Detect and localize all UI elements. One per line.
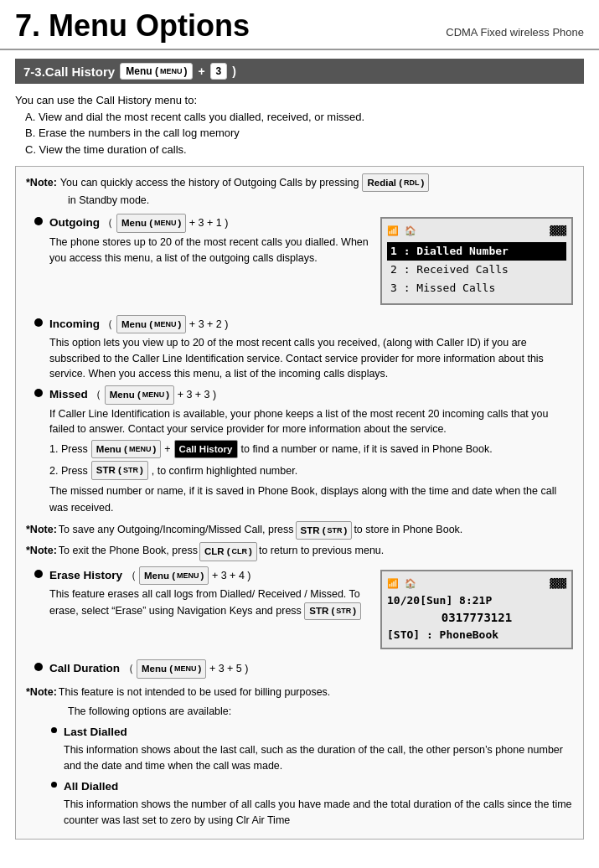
note-save-text2: to store in Phone Book. [354, 521, 462, 538]
incoming-title: Incoming [49, 318, 100, 330]
step1-plus: + [164, 441, 170, 457]
step2-str-key: STR (STR) [91, 461, 148, 479]
screen1-battery: ▓▓▓ [550, 224, 566, 239]
bullet-content-outgoing: Outgoing （ Menu (MENU) + 3 + 1 ) 📶 🏠 ▓▓▓… [49, 214, 573, 311]
screen2-line1: 10/20[Sun] 8:21P [387, 592, 566, 609]
erase-title: Erase History [49, 569, 122, 581]
outgoing-key: Menu (MENU) [116, 214, 186, 232]
intro-line4: C. View the time duration of calls. [25, 142, 584, 158]
bullet-dot-duration [34, 663, 43, 671]
note-save-key: STR (STR) [296, 521, 353, 540]
note-star: *Note: [26, 174, 57, 191]
note-billing-text: This feature is not intended to be used … [59, 684, 331, 700]
screen1-header: 📶 🏠 ▓▓▓ [387, 224, 566, 239]
sub-bullets: Last Dialled This information shows abou… [51, 723, 573, 829]
note-billing-star: *Note: [26, 684, 57, 700]
note-billing-line2: The following options are available: [68, 703, 573, 720]
note-save-text: To save any Outgoing/Incoming/Missed Cal… [59, 521, 294, 538]
screen-mockup-2: 📶 🏠 ▓▓▓ 10/20[Sun] 8:21P 0317773121 [STO… [380, 570, 573, 650]
missed-note: The missed number or name, if it is save… [49, 483, 573, 516]
screen1-item1: 1 : Dialled Number [387, 242, 566, 261]
last-dialled-title: Last Dialled [64, 726, 127, 738]
note-exit-text2: to return to previous menu. [259, 542, 384, 559]
section-close: ) [232, 65, 236, 78]
intro-line3: B. Erase the numbers in the call log mem… [25, 125, 584, 142]
step2-prefix: 2. Press [49, 462, 88, 479]
step2-text: , to confirm highlighted number. [152, 462, 297, 479]
screen1-signal: 📶 🏠 [387, 224, 416, 239]
outgoing-title: Outgoing [49, 216, 100, 229]
intro-line1: You can use the Call History menu to: [15, 92, 584, 109]
bullet-dot-incoming [34, 318, 43, 327]
bullet-missed: Missed （ Menu (MENU) + 3 + 3 ) If Caller… [34, 385, 573, 516]
note-exit-star: *Note: [26, 542, 57, 559]
step2-line: 2. Press STR (STR) , to confirm highligh… [49, 461, 573, 479]
bullet-content-duration: Call Duration （ Menu (MENU) + 3 + 5 ) [49, 659, 573, 678]
screen1-item3: 3 : Missed Calls [387, 279, 566, 297]
note-text: You can quickly access the history of Ou… [60, 174, 359, 191]
all-dialled-body: This information shows the number of all… [64, 797, 573, 829]
page-subtitle: CDMA Fixed wireless Phone [446, 26, 584, 39]
section-plus: + [198, 65, 204, 78]
duration-title: Call Duration [49, 662, 120, 674]
note-line2: in Standby mode. [68, 192, 573, 209]
intro-block: You can use the Call History menu to: A.… [15, 92, 584, 158]
erase-section: Erase History （ Menu (MENU) + 3 + 4 ) 📶 … [34, 566, 573, 679]
section-num-key: 3 [210, 63, 228, 80]
bullet-content-all: All Dialled This information shows the n… [64, 778, 573, 829]
missed-key: Menu (MENU) [105, 385, 174, 404]
step1-text: to find a number or name, if it is saved… [241, 441, 493, 457]
bullet-dot-outgoing [34, 217, 43, 225]
screen-mockup-1: 📶 🏠 ▓▓▓ 1 : Dialled Number 2 : Received … [380, 217, 573, 304]
section-title-text: 7-3.Call History [23, 65, 115, 79]
page-header: 7. Menu Options CDMA Fixed wireless Phon… [0, 0, 599, 50]
bullet-dot-missed [34, 389, 43, 397]
intro-line2: A. View and dial the most recent calls y… [25, 109, 584, 126]
note-save-star: *Note: [26, 521, 57, 538]
screen2-signal: 📶 🏠 [387, 576, 416, 592]
last-dialled-body: This information shows about the last ca… [64, 742, 573, 774]
note-box: *Note: You can quickly access the histor… [15, 166, 584, 840]
step1-callhistory-key: Call History [174, 440, 238, 458]
bullet-dot-last [51, 727, 57, 733]
duration-key: Menu (MENU) [137, 659, 206, 678]
bullet-dot-erase [34, 570, 43, 578]
all-dialled-title: All Dialled [64, 780, 118, 793]
bullet-incoming: Incoming （ Menu (MENU) + 3 + 2 ) This op… [34, 315, 573, 383]
screen2-line2: 0317773121 [387, 609, 566, 627]
note-exit-key: CLR (CLR) [199, 542, 257, 561]
missed-title: Missed [49, 388, 88, 400]
main-content: 7-3.Call History Menu (MENU) + 3 ) You c… [0, 50, 599, 856]
screen1-item2: 2 : Received Calls [387, 261, 566, 279]
screen2-line3: [STO] : PhoneBook [387, 627, 566, 643]
redial-key: Redial (RDL) [362, 173, 429, 192]
incoming-key: Menu (MENU) [116, 315, 186, 333]
bullet-all-dialled: All Dialled This information shows the n… [51, 778, 573, 829]
bullet-duration: Call Duration （ Menu (MENU) + 3 + 5 ) [34, 659, 573, 678]
section-menu-key: Menu (MENU) [120, 63, 193, 80]
note-save-line: *Note: To save any Outgoing/Incoming/Mis… [26, 521, 573, 540]
bullet-content-incoming: Incoming （ Menu (MENU) + 3 + 2 ) This op… [49, 315, 573, 383]
page-title: 7. Menu Options [15, 8, 250, 44]
bullet-dot-all [51, 782, 57, 788]
bullet-last-dialled: Last Dialled This information shows abou… [51, 723, 573, 774]
step1-line: 1. Press Menu (MENU) + Call History to f… [49, 440, 573, 458]
note-exit-line: *Note: To exit the Phone Book, press CLR… [26, 542, 573, 561]
screen2-battery: ▓▓▓ [550, 576, 566, 592]
step1-prefix: 1. Press [49, 441, 88, 457]
missed-body: If Caller Line Identification is availab… [49, 406, 573, 438]
screen2-header: 📶 🏠 ▓▓▓ [387, 576, 566, 592]
bullets-container: Outgoing （ Menu (MENU) + 3 + 1 ) 📶 🏠 ▓▓▓… [34, 214, 573, 515]
bullet-erase: Erase History （ Menu (MENU) + 3 + 4 ) 📶 … [34, 566, 573, 657]
bullet-content-missed: Missed （ Menu (MENU) + 3 + 3 ) If Caller… [49, 385, 573, 516]
step1-menu-key: Menu (MENU) [91, 440, 161, 458]
note-billing-line: *Note: This feature is not intended to b… [26, 684, 573, 700]
bullet-content-erase: Erase History （ Menu (MENU) + 3 + 4 ) 📶 … [49, 566, 573, 657]
bullet-content-last: Last Dialled This information shows abou… [64, 723, 573, 774]
incoming-body: This option lets you view up to 20 of th… [49, 335, 573, 382]
erase-str-key: STR (STR) [304, 602, 361, 620]
erase-key: Menu (MENU) [139, 566, 209, 585]
bullet-outgoing: Outgoing （ Menu (MENU) + 3 + 1 ) 📶 🏠 ▓▓▓… [34, 214, 573, 311]
note-exit-text: To exit the Phone Book, press [59, 542, 198, 559]
section-header: 7-3.Call History Menu (MENU) + 3 ) [15, 59, 584, 84]
